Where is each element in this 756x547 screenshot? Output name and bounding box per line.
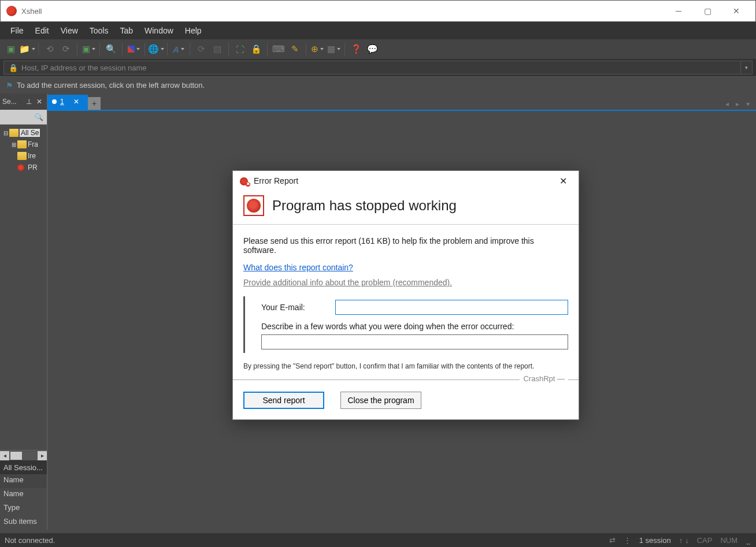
folder-icon [17,140,27,148]
tab-prev-button[interactable]: ◂ [722,98,732,110]
help-button[interactable]: ❓ [349,42,364,57]
lock-button[interactable]: 🔒 [249,42,264,57]
menu-help[interactable]: Help [179,24,207,38]
menu-view[interactable]: View [55,24,84,38]
toolbar-separator [122,43,123,55]
sidebar-scrollbar: ◂ ▸ [0,450,47,460]
fullscreen-button[interactable]: ⛶ [232,42,247,57]
maximize-button[interactable]: ▢ [694,2,721,20]
minimize-button[interactable]: ─ [665,2,692,20]
open-button[interactable]: 📁 [20,42,35,57]
describe-field[interactable] [261,334,568,349]
search-button[interactable]: 🔍 [103,42,118,57]
report-contents-link[interactable]: What does this report contain? [243,263,353,272]
prop-row: Name [0,488,47,502]
close-program-button[interactable]: Close the program [340,392,421,409]
tab-next-button[interactable]: ▸ [733,98,742,110]
additional-info-link[interactable]: Provide additional info about the proble… [243,278,452,287]
copy-button[interactable] [126,42,141,57]
toolbar-separator [344,43,345,55]
sidebar-header: Se... ⊥ ✕ [0,94,47,110]
address-dropdown[interactable]: ▾ [741,61,753,75]
tab-close-icon[interactable]: ✕ [73,98,79,106]
dialog-heading: Program has stopped working [272,198,457,214]
toolbar-separator [306,43,306,55]
tree-item-label: PR [28,163,38,172]
prop-row: Type [0,502,47,516]
globe-button[interactable]: 🌐 [149,42,164,57]
menu-window[interactable]: Window [139,24,179,38]
expand-icon[interactable]: ⊞ [10,142,17,148]
confirm-text: By pressing the "Send report" button, I … [243,362,568,370]
folder-icon [17,152,27,160]
infobar: ⚑ To add the current session, click on t… [0,76,756,94]
profile-button[interactable]: ▣ [81,42,96,57]
menu-edit[interactable]: Edit [29,24,55,38]
addressbar: 🔒 Host, IP address or the session name ▾ [0,59,756,76]
dialog-close-button[interactable]: ✕ [555,173,572,189]
toolbar-separator [38,43,39,55]
status-connection: Not connected. [5,536,55,545]
new-tab-button[interactable]: + [88,97,101,110]
statusbar: Not connected. ⇄ ⋮ 1 session ↑ ↓ CAP NUM… [0,533,756,547]
scroll-thumb[interactable] [10,452,22,460]
dialog-titlebar: Error Report ✕ [233,171,579,191]
font-button[interactable]: A [171,42,186,57]
tree-root[interactable]: ⊟ All Se [1,127,46,139]
tab-list-button[interactable]: ▾ [743,98,753,110]
sidebar-properties: All Sessio... Name Name Type Sub items [0,460,47,530]
reconnect-button[interactable]: ⟲ [42,42,57,57]
chat-button[interactable]: 💬 [365,42,380,57]
status-icon: ⇄ [609,536,616,545]
sidebar: Se... ⊥ ✕ 🔍 ⊟ All Se ⊞ Fra Ire [0,94,47,530]
tree-item[interactable]: Ire [1,150,46,162]
tab-active[interactable]: 1 ✕ [47,95,88,110]
add-button[interactable]: ⊕ [310,42,325,57]
disconnect-button[interactable]: ⟳ [58,42,73,57]
resize-grip-icon[interactable]: ⣀ [746,536,751,545]
toolbar-separator [190,43,190,55]
send-report-button[interactable]: Send report [243,392,324,409]
layout-button[interactable]: ▦ [326,42,341,57]
window-title: Xshell [21,7,42,16]
refresh-button[interactable]: ⟳ [194,42,209,57]
new-session-button[interactable]: ▣ [3,42,18,57]
menu-tab[interactable]: Tab [114,24,139,38]
stack-button[interactable]: ▤ [210,42,225,57]
sidebar-title: Se... [2,98,17,106]
email-field[interactable] [335,300,568,315]
close-window-button[interactable]: ✕ [723,2,750,20]
download-icon[interactable]: ↓ [685,536,689,545]
status-icon: ⋮ [624,536,631,545]
session-tree: ⊟ All Se ⊞ Fra Ire PR [0,125,47,450]
pin-icon[interactable]: ⊥ [24,98,34,106]
tab-label: 1 [60,98,64,106]
program-icon [243,195,264,216]
menu-tools[interactable]: Tools [84,24,114,38]
session-icon [17,164,24,171]
email-label: Your E-mail: [261,303,335,312]
tab-status-icon [52,99,57,104]
scroll-track[interactable] [9,451,38,460]
prop-row: Name [0,474,47,488]
keyboard-button[interactable]: ⌨ [271,42,286,57]
menu-file[interactable]: File [5,24,29,38]
infobar-text: To add the current session, click on the… [17,81,205,90]
app-icon [6,6,17,16]
toolbar-separator [99,43,100,55]
scroll-right-button[interactable]: ▸ [38,451,47,460]
address-input[interactable]: 🔒 Host, IP address or the session name [3,61,741,75]
highlight-button[interactable]: ✎ [287,42,302,57]
sidebar-close-icon[interactable]: ✕ [34,98,45,106]
dialog-title: Error Report [254,176,298,185]
tree-item[interactable]: ⊞ Fra [1,139,46,150]
dialog-footer: CrashRpt — Send report Close the program [233,379,579,419]
tree-item[interactable]: PR [1,162,46,173]
window-titlebar: Xshell ─ ▢ ✕ [0,0,756,22]
collapse-icon[interactable]: ⊟ [2,130,9,136]
upload-icon[interactable]: ↑ [679,536,683,545]
sidebar-search[interactable]: 🔍 [0,110,47,125]
menubar: File Edit View Tools Tab Window Help [0,22,756,39]
dialog-body: Please send us this error report (161 KB… [233,225,579,379]
scroll-left-button[interactable]: ◂ [0,451,9,460]
